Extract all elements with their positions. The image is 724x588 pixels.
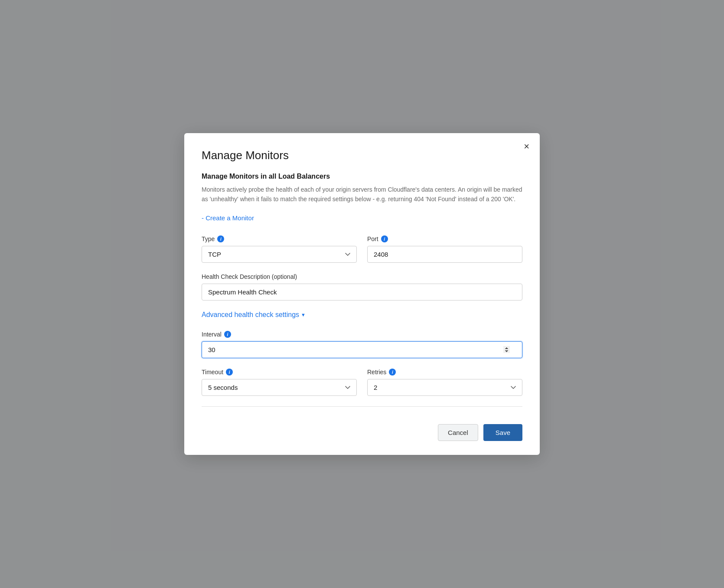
- modal-footer: Cancel Save: [202, 417, 522, 441]
- modal-overlay[interactable]: × Manage Monitors Manage Monitors in all…: [0, 0, 724, 588]
- timeout-group: Timeout i 1 second 2 seconds 3 seconds 5…: [202, 369, 357, 396]
- retries-label: Retries i: [367, 369, 522, 376]
- chevron-down-icon: ▼: [301, 312, 306, 317]
- type-label: Type i: [202, 235, 357, 242]
- interval-input-wrapper: [202, 341, 522, 358]
- timeout-select[interactable]: 1 second 2 seconds 3 seconds 5 seconds 1…: [202, 379, 357, 396]
- footer-divider: [202, 406, 522, 407]
- retries-group: Retries i 1 2 3 4 5: [367, 369, 522, 396]
- port-label: Port i: [367, 235, 522, 242]
- advanced-toggle-button[interactable]: Advanced health check settings ▼: [202, 311, 306, 319]
- section-heading: Manage Monitors in all Load Balancers: [202, 173, 522, 180]
- advanced-toggle-label: Advanced health check settings: [202, 311, 299, 319]
- type-port-row: Type i TCP HTTP HTTPS Port i: [202, 235, 522, 263]
- health-check-label: Health Check Description (optional): [202, 273, 522, 280]
- type-select[interactable]: TCP HTTP HTTPS: [202, 246, 357, 263]
- retries-select[interactable]: 1 2 3 4 5: [367, 379, 522, 396]
- create-monitor-link[interactable]: - Create a Monitor: [202, 214, 254, 222]
- retries-info-icon[interactable]: i: [389, 369, 396, 376]
- interval-group: Interval i: [202, 331, 522, 358]
- timeout-retries-row: Timeout i 1 second 2 seconds 3 seconds 5…: [202, 369, 522, 396]
- close-button[interactable]: ×: [524, 142, 529, 151]
- timeout-info-icon[interactable]: i: [226, 369, 233, 376]
- save-button[interactable]: Save: [483, 424, 522, 441]
- health-check-input[interactable]: [202, 284, 522, 301]
- health-check-row: Health Check Description (optional): [202, 273, 522, 301]
- health-check-group: Health Check Description (optional): [202, 273, 522, 301]
- type-info-icon[interactable]: i: [217, 235, 224, 242]
- modal-title: Manage Monitors: [202, 149, 522, 162]
- type-group: Type i TCP HTTP HTTPS: [202, 235, 357, 263]
- timeout-label: Timeout i: [202, 369, 357, 376]
- port-info-icon[interactable]: i: [381, 235, 388, 242]
- interval-input[interactable]: [202, 341, 522, 358]
- port-group: Port i: [367, 235, 522, 263]
- interval-info-icon[interactable]: i: [224, 331, 231, 338]
- cancel-button[interactable]: Cancel: [438, 424, 478, 441]
- port-input[interactable]: [367, 246, 522, 263]
- interval-row: Interval i: [202, 331, 522, 358]
- interval-label: Interval i: [202, 331, 522, 338]
- modal-dialog: × Manage Monitors Manage Monitors in all…: [184, 133, 540, 455]
- description-text: Monitors actively probe the health of ea…: [202, 185, 522, 204]
